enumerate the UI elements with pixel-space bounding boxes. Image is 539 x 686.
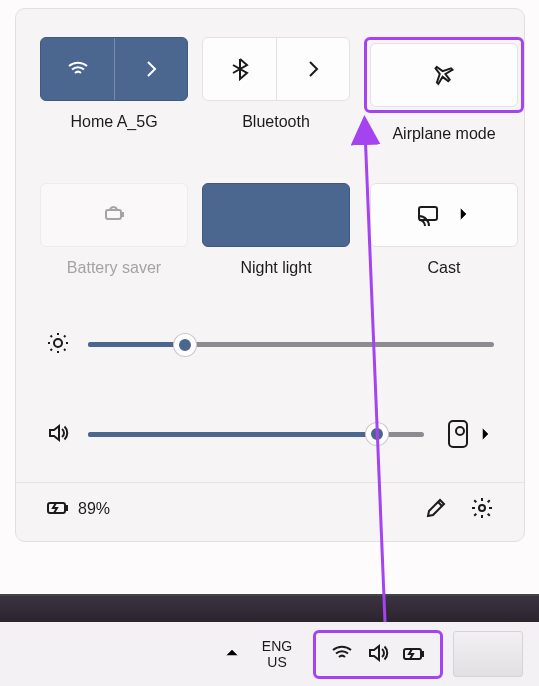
annotation-highlight-airplane: [364, 37, 524, 113]
cast-toggle[interactable]: [370, 183, 518, 247]
wifi-expand[interactable]: [114, 38, 187, 100]
svg-line-12: [51, 349, 53, 351]
cast-label: Cast: [428, 259, 461, 277]
wifi-icon[interactable]: [41, 38, 114, 100]
tray-overflow-button[interactable]: [223, 644, 241, 665]
brightness-icon: [46, 331, 70, 358]
volume-icon: [46, 421, 70, 448]
cast-expand-icon: [454, 205, 472, 226]
tiles-grid: Home A_5G Bluetooth: [40, 37, 500, 277]
quick-settings-panel: Home A_5G Bluetooth: [15, 8, 525, 542]
audio-output-button[interactable]: [448, 420, 494, 448]
svg-point-0: [76, 75, 78, 77]
cast-icon: [416, 202, 440, 229]
language-bottom: US: [251, 654, 303, 670]
night-light-label: Night light: [240, 259, 311, 277]
bluetooth-expand[interactable]: [276, 38, 349, 100]
cast-tile: Cast: [364, 183, 524, 277]
bluetooth-tile: Bluetooth: [202, 37, 350, 143]
battery-icon: [46, 495, 70, 523]
airplane-toggle[interactable]: [370, 43, 518, 107]
desktop-wallpaper-strip: [0, 594, 539, 622]
svg-line-13: [64, 336, 66, 338]
speaker-device-icon: [448, 420, 468, 448]
sliders-section: [40, 331, 500, 448]
settings-button[interactable]: [470, 496, 494, 523]
svg-point-5: [54, 339, 62, 347]
battery-saver-label: Battery saver: [67, 259, 161, 277]
battery-saver-tile: Battery saver: [40, 183, 188, 277]
annotation-highlight-tray: [313, 630, 443, 679]
svg-rect-4: [419, 207, 437, 220]
wifi-label: Home A_5G: [70, 113, 157, 131]
night-light-icon: [264, 202, 288, 229]
tray-battery-icon[interactable]: [402, 641, 426, 668]
svg-line-11: [64, 349, 66, 351]
svg-rect-1: [106, 210, 121, 219]
svg-line-10: [51, 336, 53, 338]
chevron-right-icon: [476, 425, 494, 443]
brightness-row: [46, 331, 494, 358]
bluetooth-label: Bluetooth: [242, 113, 310, 131]
wifi-tile: Home A_5G: [40, 37, 188, 143]
volume-slider[interactable]: [88, 423, 424, 445]
svg-point-16: [341, 658, 343, 660]
taskbar: ENG US: [0, 622, 539, 686]
bluetooth-toggle[interactable]: [202, 37, 350, 101]
tray-wifi-icon[interactable]: [330, 641, 354, 668]
language-indicator[interactable]: ENG US: [251, 638, 303, 670]
svg-point-15: [479, 505, 485, 511]
airplane-icon: [432, 62, 456, 89]
wifi-toggle[interactable]: [40, 37, 188, 101]
battery-text: 89%: [78, 500, 110, 518]
airplane-tile: Airplane mode: [364, 37, 524, 143]
battery-status[interactable]: 89%: [46, 495, 110, 523]
volume-row: [46, 420, 494, 448]
bluetooth-icon[interactable]: [203, 38, 276, 100]
svg-point-2: [280, 207, 282, 209]
battery-saver-icon: [102, 202, 126, 229]
language-top: ENG: [251, 638, 303, 654]
tray-volume-icon[interactable]: [366, 641, 390, 668]
taskbar-preview[interactable]: [453, 631, 523, 677]
airplane-label: Airplane mode: [392, 125, 495, 143]
brightness-slider[interactable]: [88, 334, 494, 356]
svg-point-3: [283, 211, 285, 213]
divider: [16, 482, 524, 483]
night-light-tile: Night light: [202, 183, 350, 277]
night-light-toggle[interactable]: [202, 183, 350, 247]
panel-footer: 89%: [40, 495, 500, 527]
battery-saver-toggle: [40, 183, 188, 247]
edit-button[interactable]: [424, 496, 448, 523]
